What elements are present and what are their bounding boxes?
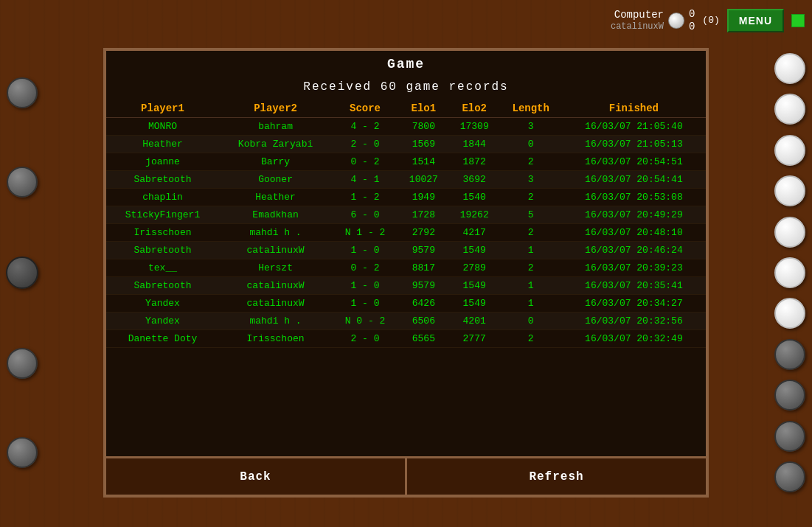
computer-info: Computer catalinuxW bbox=[611, 8, 664, 33]
paren-score: (0) bbox=[702, 15, 719, 26]
cell-12-1: Irisschoen bbox=[219, 330, 332, 348]
cell-3-5: 3 bbox=[500, 171, 562, 189]
cell-1-2: 2 - 0 bbox=[332, 136, 398, 153]
cell-10-6: 16/03/07 20:34:27 bbox=[562, 295, 706, 313]
cell-12-5: 2 bbox=[500, 330, 562, 348]
cell-9-0: Sabretooth bbox=[106, 277, 219, 295]
col-elo1: Elo1 bbox=[398, 100, 449, 118]
cell-6-0: Irisschoen bbox=[106, 224, 219, 242]
cell-10-3: 6426 bbox=[398, 295, 449, 313]
cell-6-5: 2 bbox=[500, 224, 562, 242]
table-row: Irisschoenmahdi h .N 1 - 227924217216/03… bbox=[106, 224, 706, 242]
cell-0-4: 17309 bbox=[449, 118, 500, 136]
cell-2-5: 2 bbox=[500, 153, 562, 171]
cell-4-5: 2 bbox=[500, 189, 562, 206]
cell-7-6: 16/03/07 20:46:24 bbox=[562, 242, 706, 259]
menu-button[interactable]: MENU bbox=[727, 9, 784, 32]
cell-0-5: 3 bbox=[500, 118, 562, 136]
table-row: Danette DotyIrisschoen2 - 065652777216/0… bbox=[106, 330, 706, 348]
cell-3-0: Sabretooth bbox=[106, 171, 219, 189]
score2: 0 bbox=[689, 21, 695, 33]
cell-6-4: 4217 bbox=[449, 224, 500, 242]
cell-4-3: 1949 bbox=[398, 189, 449, 206]
cell-0-6: 16/03/07 21:05:40 bbox=[562, 118, 706, 136]
disc-right-6 bbox=[774, 257, 805, 288]
score-display: 0 0 bbox=[689, 8, 695, 33]
cell-5-6: 16/03/07 20:49:29 bbox=[562, 206, 706, 224]
cell-10-5: 1 bbox=[500, 295, 562, 313]
table-row: Yandexmahdi h .N 0 - 265064201016/03/07 … bbox=[106, 313, 706, 330]
disc-left-3 bbox=[6, 256, 38, 289]
col-length: Length bbox=[500, 100, 562, 118]
cell-12-0: Danette Doty bbox=[106, 330, 219, 348]
disc-right-3 bbox=[774, 135, 805, 166]
col-player1: Player1 bbox=[106, 100, 219, 118]
right-discs bbox=[768, 41, 812, 505]
panel-title: Game bbox=[106, 51, 706, 74]
cell-0-2: 4 - 2 bbox=[332, 118, 398, 136]
cell-12-6: 16/03/07 20:32:49 bbox=[562, 330, 706, 348]
cell-0-0: MONRO bbox=[106, 118, 219, 136]
cell-9-5: 1 bbox=[500, 277, 562, 295]
disc-right-8 bbox=[774, 339, 805, 370]
cell-5-1: Emadkhan bbox=[219, 206, 332, 224]
cell-8-0: tex__ bbox=[106, 259, 219, 277]
cell-9-4: 1549 bbox=[449, 277, 500, 295]
disc-left-4 bbox=[7, 348, 38, 379]
cell-1-3: 1569 bbox=[398, 136, 449, 153]
table-row: joanneBarry0 - 215141872216/03/07 20:54:… bbox=[106, 153, 706, 171]
cell-5-3: 1728 bbox=[398, 206, 449, 224]
cell-9-1: catalinuxW bbox=[219, 277, 332, 295]
table-body: MONRObahram4 - 2780017309316/03/07 21:05… bbox=[106, 118, 706, 348]
cell-11-0: Yandex bbox=[106, 313, 219, 330]
disc-right-2 bbox=[774, 94, 805, 125]
cell-7-4: 1549 bbox=[449, 242, 500, 259]
cell-2-2: 0 - 2 bbox=[332, 153, 398, 171]
cell-10-0: Yandex bbox=[106, 295, 219, 313]
cell-10-4: 1549 bbox=[449, 295, 500, 313]
panel-inner: Game Received 60 game records Player1 Pl… bbox=[103, 48, 709, 498]
disc-right-10 bbox=[774, 421, 805, 452]
table-row: SabretoothcatalinuxW1 - 095791549116/03/… bbox=[106, 242, 706, 259]
left-discs bbox=[0, 41, 44, 505]
cell-11-2: N 0 - 2 bbox=[332, 313, 398, 330]
cell-3-3: 10027 bbox=[398, 171, 449, 189]
disc-left-5 bbox=[7, 437, 38, 468]
col-elo2: Elo2 bbox=[449, 100, 500, 118]
table-container[interactable]: Player1 Player2 Score Elo1 Elo2 Length F… bbox=[106, 100, 706, 456]
table-row: SabretoothGooner4 - 1100273692316/03/07 … bbox=[106, 171, 706, 189]
cell-6-3: 2792 bbox=[398, 224, 449, 242]
cell-6-2: N 1 - 2 bbox=[332, 224, 398, 242]
back-button[interactable]: Back bbox=[106, 458, 407, 495]
cell-9-2: 1 - 0 bbox=[332, 277, 398, 295]
cell-11-1: mahdi h . bbox=[219, 313, 332, 330]
cell-8-2: 0 - 2 bbox=[332, 259, 398, 277]
cell-12-3: 6565 bbox=[398, 330, 449, 348]
player-orb bbox=[668, 13, 684, 29]
cell-1-1: Kobra Zaryabi bbox=[219, 136, 332, 153]
cell-9-3: 9579 bbox=[398, 277, 449, 295]
cell-11-6: 16/03/07 20:32:56 bbox=[562, 313, 706, 330]
cell-3-4: 3692 bbox=[449, 171, 500, 189]
cell-4-0: chaplin bbox=[106, 189, 219, 206]
disc-right-11 bbox=[774, 461, 805, 492]
table-row: tex__Herszt0 - 288172789216/03/07 20:39:… bbox=[106, 259, 706, 277]
cell-11-5: 0 bbox=[500, 313, 562, 330]
cell-11-4: 4201 bbox=[449, 313, 500, 330]
cell-4-1: Heather bbox=[219, 189, 332, 206]
cell-7-1: catalinuxW bbox=[219, 242, 332, 259]
cell-6-1: mahdi h . bbox=[219, 224, 332, 242]
main-panel: Game Received 60 game records Player1 Pl… bbox=[44, 41, 768, 505]
table-header-row: Player1 Player2 Score Elo1 Elo2 Length F… bbox=[106, 100, 706, 118]
table-row: HeatherKobra Zaryabi2 - 015691844016/03/… bbox=[106, 136, 706, 153]
computer-label: Computer bbox=[614, 8, 664, 21]
refresh-button[interactable]: Refresh bbox=[407, 458, 706, 495]
cell-7-2: 1 - 0 bbox=[332, 242, 398, 259]
cell-2-6: 16/03/07 20:54:51 bbox=[562, 153, 706, 171]
top-bar: Computer catalinuxW 0 0 (0) MENU bbox=[0, 0, 812, 41]
cell-9-6: 16/03/07 20:35:41 bbox=[562, 277, 706, 295]
cell-2-1: Barry bbox=[219, 153, 332, 171]
cell-8-5: 2 bbox=[500, 259, 562, 277]
cell-1-4: 1844 bbox=[449, 136, 500, 153]
disc-left-1 bbox=[7, 77, 38, 108]
